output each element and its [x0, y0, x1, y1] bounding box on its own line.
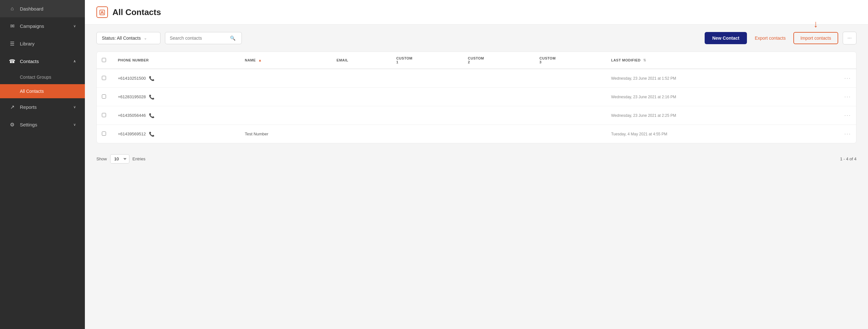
sidebar-item-dashboard[interactable]: ⌂ Dashboard: [0, 0, 85, 17]
sidebar-item-all-contacts[interactable]: All Contacts: [0, 84, 85, 98]
row-custom3-cell: [534, 69, 606, 88]
col-phone[interactable]: PHONE NUMBER: [113, 52, 240, 69]
row-actions-cell[interactable]: ···: [810, 125, 856, 143]
col-custom3-label: CUSTOM3: [539, 56, 555, 64]
row-actions-cell[interactable]: ···: [810, 88, 856, 106]
row-actions-cell[interactable]: ···: [810, 106, 856, 125]
row-custom1-cell: [391, 69, 463, 88]
row-checkbox-1[interactable]: [102, 94, 106, 99]
settings-icon: ⚙: [9, 122, 16, 128]
contacts-table-container: PHONE NUMBER NAME ▲ EMAIL CUSTOM1 CUSTOM…: [96, 52, 857, 143]
row-last-modified-cell: Wednesday, 23 June 2021 at 1:52 PM: [606, 69, 810, 88]
table-footer: Show 10 25 50 100 Entries 1 - 4 of 4: [85, 150, 868, 168]
row-actions-cell[interactable]: ···: [810, 69, 856, 88]
call-icon[interactable]: 📞: [149, 132, 154, 137]
phone-number: +61410251500: [118, 76, 146, 80]
new-contact-button[interactable]: New Contact: [705, 32, 747, 44]
sidebar-item-settings[interactable]: ⚙ Settings ∨: [0, 116, 85, 133]
col-last-modified[interactable]: LAST MODIFIED ⇅: [606, 52, 810, 69]
sidebar-item-label: Reports: [20, 104, 37, 110]
call-icon[interactable]: 📞: [149, 113, 154, 118]
col-phone-label: PHONE NUMBER: [118, 58, 149, 62]
toolbar: Status: All Contacts ⌄ 🔍 New Contact Exp…: [85, 25, 868, 52]
row-phone-cell: +61283195028 📞: [113, 88, 240, 106]
status-dropdown[interactable]: Status: All Contacts ⌄: [96, 32, 160, 44]
sidebar-item-library[interactable]: ☰ Library: [0, 35, 85, 53]
sort-asc-icon: ▲: [258, 58, 262, 62]
row-checkbox-0[interactable]: [102, 76, 106, 80]
table-header-row: PHONE NUMBER NAME ▲ EMAIL CUSTOM1 CUSTOM…: [97, 52, 856, 69]
select-all-col: [97, 52, 113, 69]
import-contacts-button[interactable]: Import contacts: [794, 32, 838, 44]
call-icon[interactable]: 📞: [149, 76, 154, 81]
chevron-down-icon: ⌄: [144, 36, 147, 40]
search-icon: 🔍: [230, 35, 236, 41]
main-content: All Contacts Status: All Contacts ⌄ 🔍 Ne…: [85, 0, 868, 329]
row-email-cell: [332, 69, 391, 88]
contacts-icon: ☎: [9, 58, 16, 64]
row-phone-cell: +61435056446 📞: [113, 106, 240, 125]
show-entries-select[interactable]: 10 25 50 100: [110, 154, 129, 164]
show-label: Show: [96, 157, 107, 161]
page-header: All Contacts: [85, 0, 868, 25]
row-custom1-cell: [391, 88, 463, 106]
col-custom1[interactable]: CUSTOM1: [391, 52, 463, 69]
row-checkbox-cell: [97, 69, 113, 88]
export-contacts-button[interactable]: Export contacts: [751, 32, 789, 44]
page-title-icon: [96, 6, 108, 18]
row-custom2-cell: [463, 88, 534, 106]
entries-label: Entries: [133, 157, 146, 161]
import-wrapper: ↓ Import contacts: [794, 32, 838, 44]
row-custom3-cell: [534, 106, 606, 125]
sidebar-item-label: Settings: [20, 122, 37, 127]
table-row: +61439569512 📞 Test Number Tuesday, 4 Ma…: [97, 125, 856, 143]
row-checkbox-2[interactable]: [102, 113, 106, 117]
sidebar-item-campaigns[interactable]: ✉ Campaigns ∨: [0, 17, 85, 35]
row-checkbox-3[interactable]: [102, 132, 106, 136]
contacts-table: PHONE NUMBER NAME ▲ EMAIL CUSTOM1 CUSTOM…: [97, 52, 856, 143]
col-custom3[interactable]: CUSTOM3: [534, 52, 606, 69]
arrow-indicator: ↓: [813, 19, 818, 29]
sidebar-item-reports[interactable]: ↗ Reports ∨: [0, 98, 85, 116]
sidebar-item-contacts[interactable]: ☎ Contacts ∧: [0, 53, 85, 70]
sidebar-item-label: Campaigns: [20, 23, 44, 29]
row-custom3-cell: [534, 88, 606, 106]
search-input[interactable]: [170, 35, 227, 41]
row-phone-cell: +61439569512 📞: [113, 125, 240, 143]
col-custom2[interactable]: CUSTOM2: [463, 52, 534, 69]
row-custom1-cell: [391, 125, 463, 143]
table-body: +61410251500 📞 Wednesday, 23 June 2021 a…: [97, 69, 856, 143]
phone-number: +61439569512: [118, 132, 146, 136]
chevron-up-icon: ∧: [73, 59, 76, 63]
row-checkbox-cell: [97, 106, 113, 125]
more-options-button[interactable]: ···: [843, 32, 857, 44]
call-icon[interactable]: 📞: [149, 94, 154, 100]
chevron-down-icon: ∨: [73, 24, 76, 28]
sidebar-sub-label: All Contacts: [20, 89, 44, 94]
col-last-modified-label: LAST MODIFIED: [611, 58, 641, 62]
table-row: +61435056446 📞 Wednesday, 23 June 2021 a…: [97, 106, 856, 125]
campaigns-icon: ✉: [9, 23, 16, 29]
search-box: 🔍: [165, 32, 242, 44]
sidebar-item-contact-groups[interactable]: Contact Groups: [0, 70, 85, 84]
row-name-cell: Test Number: [240, 125, 332, 143]
col-email-label: EMAIL: [337, 58, 348, 62]
status-dropdown-label: Status: All Contacts: [102, 35, 141, 41]
col-email[interactable]: EMAIL: [332, 52, 391, 69]
chevron-down-icon: ∨: [73, 105, 76, 109]
row-last-modified-cell: Wednesday, 23 June 2021 at 2:16 PM: [606, 88, 810, 106]
page-title: All Contacts: [113, 7, 161, 17]
row-name-cell: [240, 106, 332, 125]
row-last-modified-cell: Tuesday, 4 May 2021 at 4:55 PM: [606, 125, 810, 143]
row-email-cell: [332, 88, 391, 106]
col-custom2-label: CUSTOM2: [468, 56, 484, 64]
row-name-cell: [240, 69, 332, 88]
table-row: +61283195028 📞 Wednesday, 23 June 2021 a…: [97, 88, 856, 106]
sidebar-sub-label: Contact Groups: [20, 74, 51, 80]
row-custom3-cell: [534, 125, 606, 143]
col-name[interactable]: NAME ▲: [240, 52, 332, 69]
phone-number: +61435056446: [118, 113, 146, 118]
sidebar-item-label: Dashboard: [20, 6, 43, 11]
select-all-checkbox[interactable]: [102, 58, 106, 62]
svg-rect-0: [100, 10, 105, 15]
